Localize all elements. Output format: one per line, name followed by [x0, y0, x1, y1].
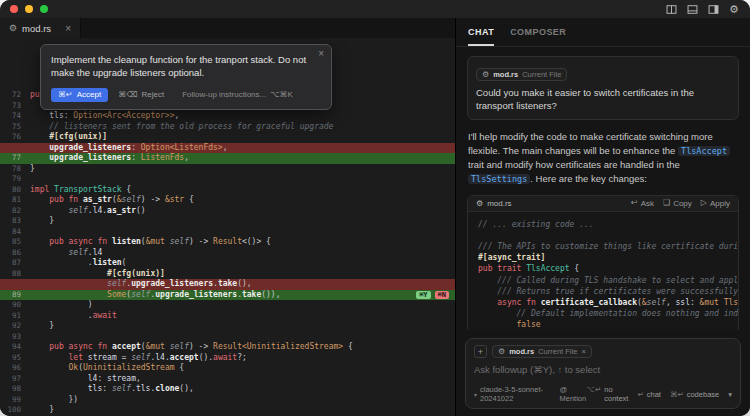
accept-diff-badge[interactable]: ⌘Y: [416, 291, 430, 299]
code-token: [30, 374, 88, 383]
code-token: ,: [184, 153, 189, 162]
code-line-row[interactable]: 79: [0, 174, 455, 185]
code-line-row[interactable]: 100 }: [0, 405, 455, 416]
split-editor-icon[interactable]: [665, 3, 677, 15]
code-token: clone: [155, 384, 179, 393]
chat-messages: ⚙ mod.rs Current File Could you make it …: [456, 47, 750, 330]
code-line-row[interactable]: 84: [0, 227, 455, 238]
copy-button[interactable]: ❏Copy: [663, 199, 692, 208]
input-chip-filename: mod.rs: [509, 347, 534, 356]
add-context-button[interactable]: +: [474, 345, 487, 358]
chevron-down-icon[interactable]: ▾: [728, 390, 732, 399]
codebase-hint[interactable]: ⌘↵codebase: [670, 390, 719, 399]
copy-label: Copy: [673, 199, 692, 208]
context-chip[interactable]: ⚙ mod.rs Current File: [476, 68, 567, 81]
ask-button[interactable]: ↩Ask: [631, 199, 654, 208]
reject-diff-badge[interactable]: ⌘N: [435, 291, 449, 299]
input-context-chip[interactable]: ⚙ mod.rs Current File ×: [492, 345, 592, 358]
editor-tab-modrs[interactable]: ⚙ mod.rs ×: [0, 18, 81, 38]
remove-context-icon[interactable]: ×: [581, 347, 585, 356]
codeblock-line: #[async_trait]: [478, 252, 738, 263]
inline-code-token: TlsSettings: [468, 174, 530, 184]
code-line-row[interactable]: 85 pub async fn listen(&mut self) -> Res…: [0, 237, 455, 248]
code-line-row[interactable]: 87 .listen(: [0, 258, 455, 269]
reject-button[interactable]: ⌘⌫ Reject: [118, 90, 164, 99]
no-context-hint[interactable]: ⌥↵no context: [586, 385, 628, 403]
code-line-text: }: [30, 164, 455, 175]
code-line-row[interactable]: 80impl TransportStack {: [0, 185, 455, 196]
input-chip-label: Current File: [538, 347, 577, 356]
code-line-text: Some(self.upgrade_listeners.take()),: [30, 290, 455, 301]
code-editor[interactable]: 72pub(crate) struct TransportStack {73 l…: [0, 38, 455, 416]
deleted-code-line[interactable]: upgrade_listeners: Option<ListenFds>,: [0, 143, 455, 154]
toggle-sidebar-right-icon[interactable]: [707, 3, 719, 15]
code-token: /// Called during TLS handshake to selec…: [478, 276, 738, 285]
code-token: self: [112, 384, 131, 393]
editor-tabbar: ⚙ mod.rs ×: [0, 18, 455, 38]
code-line-text: #[cfg(unix)]: [30, 132, 455, 143]
code-line-text: .await: [30, 311, 455, 322]
code-line-row[interactable]: 94 pub async fn accept(&mut self) -> Res…: [0, 342, 455, 353]
context-chip-filename: mod.rs: [493, 70, 518, 79]
code-line-row[interactable]: 76 #[cfg(unix)]: [0, 132, 455, 143]
toggle-panel-icon[interactable]: [686, 3, 698, 15]
code-line-row[interactable]: 97 l4: stream,: [0, 374, 455, 385]
hint-shortcut: ⌥↵: [586, 385, 601, 403]
deleted-code-line[interactable]: self.upgrade_listeners.take(),: [0, 279, 455, 290]
accept-button[interactable]: ⌘↵ Accept: [51, 88, 108, 102]
codeblock-line: async fn certificate_callback(&self, ssl…: [478, 297, 738, 308]
code-line-row[interactable]: 88 #[cfg(unix)]: [0, 269, 455, 280]
code-token: upgrade_listeners: [30, 143, 131, 152]
assistant-text-segment: I'll help modify the code to make certif…: [468, 131, 713, 156]
code-token: self: [122, 195, 141, 204]
followup-instructions-button[interactable]: Follow-up instructions... ⌥⌘K: [182, 90, 293, 99]
line-number: 95: [0, 353, 30, 364]
added-code-line[interactable]: 89 Some(self.upgrade_listeners.take()),⌘…: [0, 290, 455, 301]
close-prompt-icon[interactable]: ×: [318, 48, 324, 59]
code-line-row[interactable]: 83 }: [0, 216, 455, 227]
code-line-row[interactable]: 96 Ok(UninitializedStream {: [0, 363, 455, 374]
code-line-row[interactable]: 82 self.l4.as_str(): [0, 206, 455, 217]
code-token: ()),: [261, 290, 280, 299]
chat-input-box[interactable]: + ⚙ mod.rs Current File × Ask followup (…: [465, 338, 741, 409]
code-line-row[interactable]: 75 // listeners sent from the old proces…: [0, 122, 455, 133]
code-token: self: [69, 206, 88, 215]
chat-tab-composer[interactable]: COMPOSER: [510, 27, 566, 46]
close-tab-icon[interactable]: ×: [65, 23, 71, 34]
apply-button[interactable]: ▷Apply: [701, 199, 730, 208]
line-number: 100: [0, 405, 30, 416]
code-token: ): [30, 300, 93, 309]
code-token: :: [690, 298, 700, 307]
code-line-row[interactable]: 90 ): [0, 300, 455, 311]
code-line-row[interactable]: 78}: [0, 164, 455, 175]
code-line-row[interactable]: 86 self.l4: [0, 248, 455, 259]
chat-tab-chat[interactable]: CHAT: [468, 27, 494, 46]
code-line-row[interactable]: 92 }: [0, 321, 455, 332]
model-selector[interactable]: ▾ claude-3-5-sonnet-20241022: [474, 385, 549, 403]
code-line-row[interactable]: 81 pub fn as_str(&self) -> &str {: [0, 195, 455, 206]
assistant-text-segment: . Here are the key changes:: [530, 173, 647, 184]
close-window-button[interactable]: [10, 5, 18, 13]
settings-gear-icon[interactable]: ⚙: [728, 3, 740, 15]
code-line-row[interactable]: 74 tls: Option<Arc<Acceptor>>,: [0, 111, 455, 122]
chat-input-placeholder[interactable]: Ask followup (⌘Y), ↑ to select: [474, 364, 732, 375]
codeblock-line: /// Returns true if certificates were su…: [478, 286, 738, 297]
added-code-line[interactable]: 77 upgrade_listeners: ListenFds,: [0, 153, 455, 164]
zoom-window-button[interactable]: [40, 5, 48, 13]
minimize-window-button[interactable]: [25, 5, 33, 13]
code-token: (),: [237, 279, 251, 288]
editor-tab-filename: mod.rs: [22, 23, 51, 34]
code-line-row[interactable]: 93: [0, 332, 455, 343]
code-token: certificate_callback: [541, 298, 637, 307]
code-token: TlsAccept: [526, 264, 569, 273]
code-token: Result<UninitializedStream>: [213, 342, 343, 351]
code-line-row[interactable]: 95 let stream = self.l4.accept().await?;: [0, 353, 455, 364]
codeblock-line: /// Called during TLS handshake to selec…: [478, 275, 738, 286]
hint-shortcut: ↵: [637, 390, 643, 399]
mention-button[interactable]: @ Mention: [559, 385, 586, 403]
code-line-row[interactable]: 99 }): [0, 395, 455, 406]
chat-hint[interactable]: ↵chat: [637, 390, 660, 399]
code-line-row[interactable]: 98 tls: self.tls.clone(),: [0, 384, 455, 395]
line-number: 79: [0, 174, 30, 185]
code-line-row[interactable]: 91 .await: [0, 311, 455, 322]
